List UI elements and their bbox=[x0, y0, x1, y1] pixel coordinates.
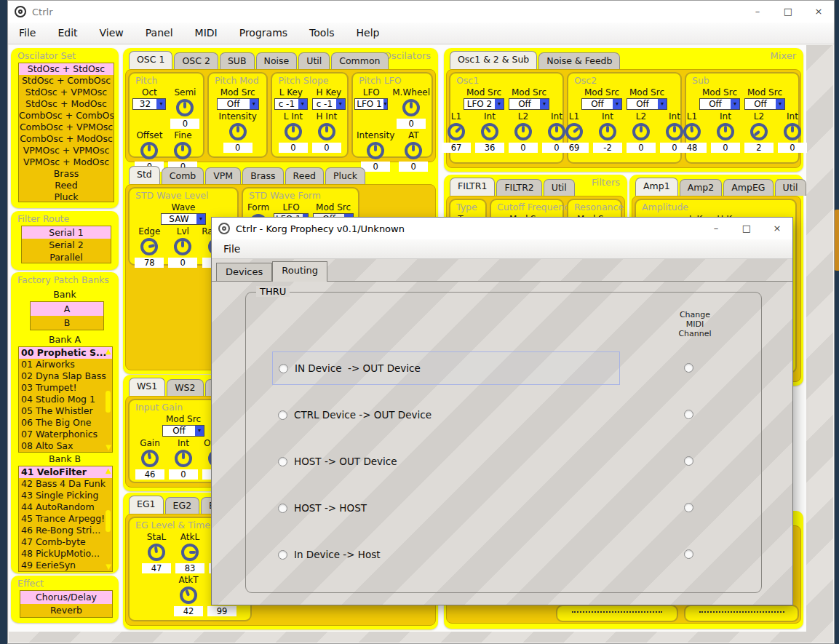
list-item-combosc-modosc[interactable]: CombOsc + ModOsc bbox=[19, 133, 114, 145]
radio-change-midi-ctrl-device-out-device[interactable] bbox=[684, 410, 693, 419]
menu-panel[interactable]: Panel bbox=[135, 23, 184, 44]
tab-util[interactable]: Util bbox=[775, 179, 806, 196]
menu-midi[interactable]: MIDI bbox=[184, 23, 228, 44]
tab-osc1-2-sub[interactable]: Osc1 & 2 & Sub bbox=[450, 51, 537, 69]
radio-in-device-out-device[interactable] bbox=[279, 364, 288, 373]
dropdown-h-key[interactable]: c -1▾ bbox=[312, 98, 346, 110]
dropdown-arrow-icon[interactable]: ▾ bbox=[658, 99, 667, 109]
knob-at[interactable] bbox=[405, 142, 422, 159]
close-button[interactable]: × bbox=[803, 1, 834, 23]
dialog-menu-file[interactable]: File bbox=[212, 239, 252, 258]
dropdown-arrow-icon[interactable]: ▾ bbox=[731, 99, 739, 109]
dialog-close-button[interactable]: × bbox=[762, 218, 792, 239]
dropdown-mod-src[interactable]: LFO 2▾ bbox=[464, 98, 504, 110]
dropdown-oct[interactable]: 32▾ bbox=[132, 98, 166, 110]
minimize-button[interactable]: – bbox=[742, 1, 773, 23]
knob-l1[interactable] bbox=[683, 123, 701, 140]
scroll-down-icon[interactable]: ▼ bbox=[106, 444, 111, 451]
list-item-47-comb-byte[interactable]: 47 Comb-byte bbox=[19, 536, 112, 548]
list-item-45-trance-arpegg[interactable]: 45 Trance Arpegg! bbox=[19, 513, 112, 525]
list-item-a[interactable]: A bbox=[31, 302, 103, 316]
list-item-02-dyna-slap-bass[interactable]: 02 Dyna Slap Bass bbox=[19, 370, 112, 382]
dropdown-lfo[interactable]: LFO 1▾ bbox=[354, 98, 388, 110]
knob-int[interactable] bbox=[599, 123, 616, 140]
list-item-06-the-big-one[interactable]: 06 The Big One bbox=[19, 417, 112, 429]
knob-atkt[interactable] bbox=[180, 587, 197, 604]
radio-ctrl-device-out-device[interactable] bbox=[278, 410, 287, 420]
knob-m-wheel[interactable] bbox=[402, 99, 420, 116]
knob-l2[interactable] bbox=[632, 123, 650, 140]
tab-ampeg[interactable]: AmpEG bbox=[723, 179, 773, 196]
list-item-stdosc-combosc[interactable]: StdOsc + CombOsc bbox=[19, 75, 114, 87]
menu-programs[interactable]: Programs bbox=[228, 23, 298, 44]
radio-change-midi-in-device-out-device[interactable] bbox=[684, 363, 693, 373]
dialog-maximize-button[interactable]: □ bbox=[731, 218, 762, 239]
dropdown-arrow-icon[interactable]: ▾ bbox=[196, 214, 205, 224]
scroll-up-icon[interactable]: ▲ bbox=[106, 467, 111, 474]
menu-file[interactable]: File bbox=[8, 23, 47, 44]
list-item-07-waterphonics[interactable]: 07 Waterphonics bbox=[19, 429, 112, 440]
dropdown-mod-src[interactable]: Off▾ bbox=[581, 98, 622, 110]
list-item-42-bass-4-da-funk[interactable]: 42 Bass 4 Da Funk bbox=[19, 478, 112, 490]
knob-atkl[interactable] bbox=[181, 544, 199, 561]
list-item-stdosc-vpmosc[interactable]: StdOsc + VPMOsc bbox=[19, 87, 114, 98]
radio-change-midi-host-host[interactable] bbox=[684, 503, 693, 512]
list-item-43-single-picking[interactable]: 43 Single Picking bbox=[19, 490, 112, 501]
tab-vpm[interactable]: VPM bbox=[205, 167, 241, 184]
list-item-serial-2[interactable]: Serial 2 bbox=[22, 239, 111, 251]
list-item-b[interactable]: B bbox=[31, 316, 103, 330]
knob-stal[interactable] bbox=[148, 544, 165, 561]
list-item-05-the-whistler[interactable]: 05 The Whistler bbox=[19, 405, 112, 417]
knob-semi[interactable] bbox=[176, 99, 194, 116]
list-item-44-autorandom[interactable]: 44 AutoRandom bbox=[19, 501, 112, 513]
menu-help[interactable]: Help bbox=[346, 23, 391, 44]
list-item-chorus-delay[interactable]: Chorus/Delay bbox=[20, 591, 112, 604]
dropdown-mod-src[interactable]: Off▾ bbox=[162, 425, 204, 437]
list-item-reverb[interactable]: Reverb bbox=[20, 604, 112, 617]
dialog-tab-devices[interactable]: Devices bbox=[216, 263, 272, 281]
tab-osc-2[interactable]: OSC 2 bbox=[174, 52, 218, 69]
tab-amp2[interactable]: Amp2 bbox=[680, 179, 723, 196]
dropdown-mod-src[interactable]: Off▾ bbox=[217, 98, 259, 110]
tab-noise[interactable]: Noise bbox=[256, 52, 298, 69]
list-item-serial-1[interactable]: Serial 1 bbox=[22, 226, 111, 239]
knob-intensity[interactable] bbox=[367, 142, 384, 159]
list-item-combosc-vpmosc[interactable]: CombOsc + VPMOsc bbox=[19, 122, 114, 133]
tab-ws2[interactable]: WS2 bbox=[167, 379, 203, 396]
knob-int[interactable] bbox=[175, 450, 192, 467]
knob-edge[interactable] bbox=[140, 238, 158, 255]
tab-eg1[interactable]: EG1 bbox=[129, 496, 164, 514]
list-item-00-prophetic-s[interactable]: 00 Prophetic S... bbox=[19, 347, 112, 359]
menu-view[interactable]: View bbox=[89, 23, 135, 44]
tab-util[interactable]: Util bbox=[544, 179, 575, 196]
knob-int[interactable] bbox=[666, 123, 683, 140]
list-item-stdosc-stdosc[interactable]: StdOsc + StdOsc bbox=[19, 63, 114, 75]
list-item-46-re-bong-stri[interactable]: 46 Re-Bong Stri... bbox=[19, 525, 112, 536]
list-item-pluck[interactable]: Pluck bbox=[19, 191, 114, 203]
knob-gain[interactable] bbox=[141, 450, 159, 467]
knob-int[interactable] bbox=[481, 123, 498, 140]
knob-h-int[interactable] bbox=[318, 123, 335, 140]
knob-lvl[interactable] bbox=[174, 238, 191, 255]
list-item-03-trumpet[interactable]: 03 Trumpet! bbox=[19, 382, 112, 394]
tab-common[interactable]: Common bbox=[331, 52, 388, 69]
radio-host-out-device[interactable] bbox=[278, 457, 287, 466]
knob-l-int[interactable] bbox=[285, 123, 302, 140]
dropdown-arrow-icon[interactable]: ▾ bbox=[540, 99, 549, 109]
dropdown-arrow-icon[interactable]: ▾ bbox=[336, 99, 345, 109]
dropdown-l-key[interactable]: c -1▾ bbox=[274, 98, 308, 110]
scroll-up-icon[interactable]: ▲ bbox=[106, 348, 111, 355]
list-item-vpmosc-vpmosc[interactable]: VPMOsc + VPMOsc bbox=[19, 145, 114, 156]
dialog-minimize-button[interactable]: – bbox=[701, 218, 731, 239]
radio-change-midi-host-out-device[interactable] bbox=[684, 456, 693, 466]
knob-l1[interactable] bbox=[565, 123, 583, 140]
list-item-parallel[interactable]: Parallel bbox=[22, 251, 111, 263]
knob-l1[interactable] bbox=[448, 123, 465, 140]
list-item-01-airworks[interactable]: 01 Airworks bbox=[19, 359, 112, 370]
knob-int[interactable] bbox=[784, 123, 801, 140]
knob-fine[interactable] bbox=[174, 142, 191, 159]
dropdown-mod-src[interactable]: Off▾ bbox=[699, 98, 740, 110]
dropdown-arrow-icon[interactable]: ▾ bbox=[195, 426, 204, 436]
dropdown-arrow-icon[interactable]: ▾ bbox=[495, 99, 504, 109]
scroll-down-icon[interactable]: ▼ bbox=[106, 563, 111, 571]
